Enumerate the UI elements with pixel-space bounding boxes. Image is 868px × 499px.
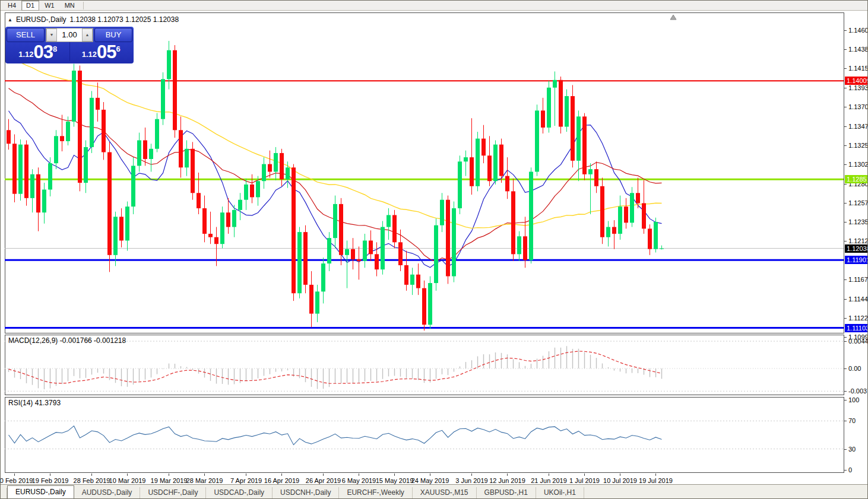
macd-label: MACD(12,26,9) -0.001766 -0.001218 bbox=[8, 336, 126, 345]
timeframe-button-w1[interactable]: W1 bbox=[40, 1, 59, 11]
date-label: 24 May 2019 bbox=[411, 477, 449, 484]
chart-tab-gbpusd-h1[interactable]: GBPUSD-,H1 bbox=[477, 487, 536, 498]
rsi-label: RSI(14) 41.3793 bbox=[8, 399, 61, 407]
one-click-collapse-icon[interactable]: ▲ bbox=[8, 17, 12, 23]
rsi-pane[interactable] bbox=[1, 397, 868, 473]
ask-big-figure: 05 bbox=[97, 44, 116, 61]
date-label: 10 Jul 2019 bbox=[603, 477, 637, 484]
volume-spinner: ▼ 1.00 ▲ bbox=[46, 28, 93, 42]
sell-button[interactable]: SELL bbox=[7, 28, 45, 42]
chart-tab-eurusd-daily[interactable]: EURUSD-,Daily bbox=[7, 485, 74, 498]
date-label: 26 Apr 2019 bbox=[306, 477, 341, 484]
buy-button[interactable]: BUY bbox=[94, 28, 132, 42]
tab-bar-stub bbox=[1, 488, 7, 498]
date-label: 12 Jun 2019 bbox=[489, 477, 525, 484]
date-label: 28 Feb 2019 bbox=[74, 477, 110, 484]
bid-pipette: 8 bbox=[53, 45, 57, 53]
rsi-value: 41.3793 bbox=[35, 399, 61, 407]
date-label: 7 Apr 2019 bbox=[230, 477, 262, 484]
chart-client-area: ▲ EURUSD-,Daily 1.12038 1.12073 1.12025 … bbox=[1, 11, 868, 486]
volume-increase-icon[interactable]: ▲ bbox=[82, 28, 93, 42]
bid-prefix: 1.12 bbox=[18, 50, 33, 59]
one-click-trading-panel: SELL ▼ 1.00 ▲ BUY 1.12 03 8 1.12 05 6 bbox=[5, 27, 134, 63]
volume-decrease-icon[interactable]: ▼ bbox=[46, 28, 57, 42]
bid-big-figure: 03 bbox=[34, 44, 53, 61]
chart-tab-audusd-daily[interactable]: AUDUSD-,Daily bbox=[74, 487, 141, 498]
ask-pipette: 6 bbox=[116, 45, 121, 53]
chart-title: ▲ EURUSD-,Daily 1.12038 1.12073 1.12025 … bbox=[8, 15, 179, 24]
toolbar-separator bbox=[83, 2, 84, 9]
date-label: 6 May 2019 bbox=[342, 477, 376, 484]
date-label: 16 Apr 2019 bbox=[264, 477, 299, 484]
volume-input[interactable]: 1.00 bbox=[57, 28, 82, 42]
chart-tab-ukoil-h1[interactable]: UKOil-,H1 bbox=[536, 487, 584, 498]
date-label: 19 Mar 2019 bbox=[151, 477, 188, 484]
macd-signal-value: -0.001218 bbox=[94, 336, 126, 345]
date-label: 19 Jul 2019 bbox=[639, 477, 673, 484]
date-label: 15 May 2019 bbox=[376, 477, 414, 484]
chart-symbol-period: EURUSD-,Daily bbox=[16, 15, 66, 24]
chart-tab-usdchf-daily[interactable]: USDCHF-,Daily bbox=[140, 487, 206, 498]
date-label: 28 Mar 2019 bbox=[186, 477, 223, 484]
chart-tab-eurchf-weekly[interactable]: EURCHF-,Weekly bbox=[339, 487, 412, 498]
trading-terminal-window: H4 D1 W1 MN ▲ EURUSD-,Daily 1.12038 1.12… bbox=[0, 0, 868, 499]
timeframe-toolbar: H4 D1 W1 MN bbox=[1, 1, 867, 11]
chart-ohlc-quote: 1.12038 1.12073 1.12025 1.12038 bbox=[70, 15, 179, 24]
date-label: 1 Jul 2019 bbox=[569, 477, 600, 484]
ask-price[interactable]: 1.12 05 6 bbox=[70, 42, 133, 61]
date-label: 10 Mar 2019 bbox=[109, 477, 146, 484]
macd-pane[interactable] bbox=[1, 335, 868, 395]
macd-main-value: -0.001766 bbox=[60, 336, 92, 345]
timeframe-button-mn[interactable]: MN bbox=[60, 1, 80, 11]
bid-price[interactable]: 1.12 03 8 bbox=[7, 42, 70, 61]
date-label: 19 Feb 2019 bbox=[32, 477, 69, 484]
chart-tab-xauusd-m15[interactable]: XAUUSD-,M15 bbox=[413, 487, 477, 498]
date-label: 10 Feb 2019 bbox=[0, 477, 33, 484]
chart-tab-usdcnh-daily[interactable]: USDCNH-,Daily bbox=[273, 487, 339, 498]
ask-prefix: 1.12 bbox=[82, 50, 97, 59]
timeframe-button-d1[interactable]: D1 bbox=[21, 1, 39, 11]
date-label: 21 Jun 2019 bbox=[531, 477, 567, 484]
date-label: 3 Jun 2019 bbox=[455, 477, 487, 484]
chart-tab-bar: EURUSD-,DailyAUDUSD-,DailyUSDCHF-,DailyU… bbox=[1, 484, 867, 498]
chart-tab-usdcad-daily[interactable]: USDCAD-,Daily bbox=[206, 487, 273, 498]
timeframe-button-h4[interactable]: H4 bbox=[3, 1, 21, 11]
